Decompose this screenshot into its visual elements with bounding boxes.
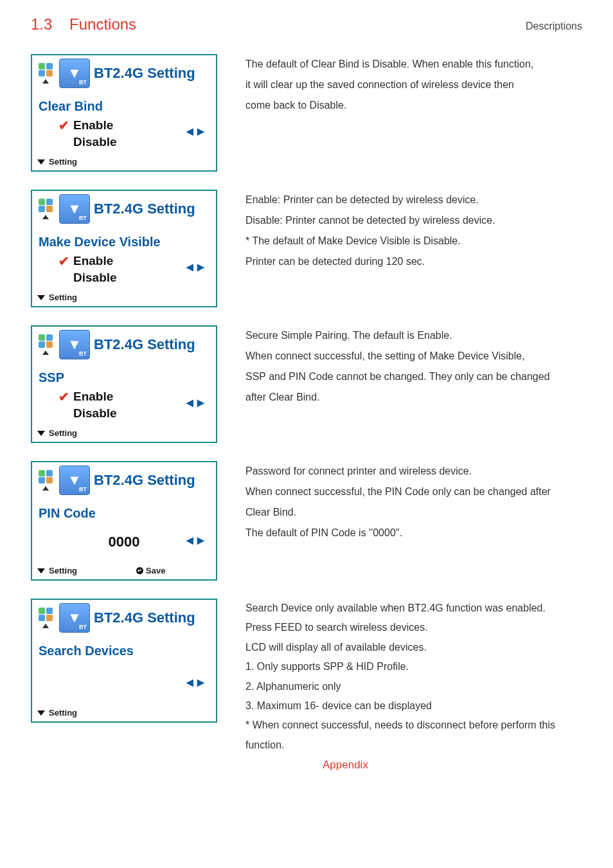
row-pin-code: ▼BT BT2.4G Setting PIN Code 0000 ◀▶ Sett… — [31, 461, 582, 581]
footer-setting[interactable]: Setting — [49, 428, 77, 438]
row-ssp: ▼BT BT2.4G Setting SSP ✔Enable Disable ◀… — [31, 325, 582, 443]
description-pin-code: Password for connect printer and wireles… — [245, 461, 551, 543]
bluetooth-icon: ▼BT — [59, 466, 90, 495]
panel-footer: Setting — [32, 707, 216, 721]
panel-pin-code: ▼BT BT2.4G Setting PIN Code 0000 ◀▶ Sett… — [31, 461, 217, 581]
status-icon — [35, 334, 57, 355]
bluetooth-icon: ▼BT — [59, 330, 90, 359]
down-arrow-icon — [37, 295, 45, 300]
panel-header: ▼BT BT2.4G Setting — [32, 600, 216, 636]
bluetooth-icon: ▼BT — [59, 194, 90, 224]
panel-title: BT2.4G Setting — [94, 610, 195, 626]
panel-header: ▼BT BT2.4G Setting — [32, 55, 216, 91]
panel-make-device-visible: ▼BT BT2.4G Setting Make Device Visible ✔… — [31, 190, 217, 307]
panel-header: ▼BT BT2.4G Setting — [32, 462, 216, 498]
panel-header: ▼BT BT2.4G Setting — [32, 327, 216, 363]
setting-topic: Make Device Visible — [39, 235, 209, 249]
footer-setting[interactable]: Setting — [49, 157, 77, 167]
panel-footer: Setting — [32, 156, 216, 170]
nav-arrows[interactable]: ◀▶ — [186, 677, 208, 687]
status-icon — [35, 63, 57, 84]
description-search-devices: Search Device only available when BT2.4G… — [245, 599, 582, 775]
check-icon: ✔ — [58, 118, 69, 133]
description-clear-bind: The default of Clear Bind is Disable. Wh… — [245, 54, 533, 116]
appendix-link[interactable]: Appendix — [323, 755, 582, 775]
enter-icon: ↵ — [136, 567, 143, 574]
footer-setting[interactable]: Setting — [49, 708, 77, 718]
panel-title: BT2.4G Setting — [94, 201, 195, 217]
up-arrow-icon — [42, 215, 49, 219]
status-icon — [35, 199, 57, 219]
nav-arrows[interactable]: ◀▶ — [186, 397, 208, 408]
nav-arrows[interactable]: ◀▶ — [186, 126, 208, 136]
panel-title: BT2.4G Setting — [94, 65, 195, 82]
setting-topic: SSP — [39, 370, 209, 385]
setting-topic: Search Devices — [39, 644, 209, 658]
option-disable[interactable]: Disable — [58, 406, 209, 420]
page-header: 1.3 Functions Descriptions — [31, 15, 582, 33]
down-arrow-icon — [37, 568, 45, 574]
up-arrow-icon — [42, 486, 49, 491]
setting-topic: Clear Bind — [39, 99, 209, 114]
panel-ssp: ▼BT BT2.4G Setting SSP ✔Enable Disable ◀… — [31, 325, 217, 443]
panel-footer: Setting — [32, 291, 216, 306]
pin-value[interactable]: 0000 — [39, 534, 209, 550]
footer-save[interactable]: ↵Save — [136, 566, 165, 575]
setting-topic: PIN Code — [39, 506, 209, 521]
bluetooth-icon: ▼BT — [59, 603, 90, 633]
panel-footer: Setting ↵Save — [32, 565, 216, 579]
footer-setting[interactable]: Setting — [49, 566, 77, 575]
panel-clear-bind: ▼BT BT2.4G Setting Clear Bind ✔Enable Di… — [31, 54, 217, 172]
row-clear-bind: ▼BT BT2.4G Setting Clear Bind ✔Enable Di… — [31, 54, 582, 172]
description-ssp: Secure Simple Pairing. The default is En… — [245, 325, 550, 408]
panel-search-devices: ▼BT BT2.4G Setting Search Devices ◀▶ Set… — [31, 599, 217, 723]
description-make-device-visible: Enable: Printer can be detected by wirel… — [245, 190, 495, 272]
row-search-devices: ▼BT BT2.4G Setting Search Devices ◀▶ Set… — [31, 599, 582, 775]
nav-arrows[interactable]: ◀▶ — [186, 535, 208, 545]
up-arrow-icon — [42, 350, 49, 355]
panel-title: BT2.4G Setting — [94, 472, 195, 489]
check-icon: ✔ — [58, 389, 69, 404]
panel-header: ▼BT BT2.4G Setting — [32, 191, 216, 227]
status-icon — [35, 470, 57, 491]
up-arrow-icon — [42, 624, 49, 628]
up-arrow-icon — [42, 79, 49, 84]
section-title: Functions — [69, 15, 136, 33]
section-heading: 1.3 Functions — [31, 15, 136, 33]
descriptions-label: Descriptions — [526, 21, 582, 32]
status-icon — [35, 608, 57, 628]
panel-title: BT2.4G Setting — [94, 336, 195, 353]
section-number: 1.3 — [31, 15, 52, 33]
down-arrow-icon — [37, 431, 45, 436]
option-disable[interactable]: Disable — [58, 135, 209, 149]
down-arrow-icon — [37, 159, 45, 165]
panel-footer: Setting — [32, 427, 216, 442]
bluetooth-icon: ▼BT — [59, 59, 90, 88]
row-make-device-visible: ▼BT BT2.4G Setting Make Device Visible ✔… — [31, 190, 582, 307]
footer-setting[interactable]: Setting — [49, 293, 77, 302]
nav-arrows[interactable]: ◀▶ — [186, 262, 208, 272]
down-arrow-icon — [37, 710, 45, 716]
option-disable[interactable]: Disable — [58, 271, 209, 285]
check-icon: ✔ — [58, 253, 69, 269]
